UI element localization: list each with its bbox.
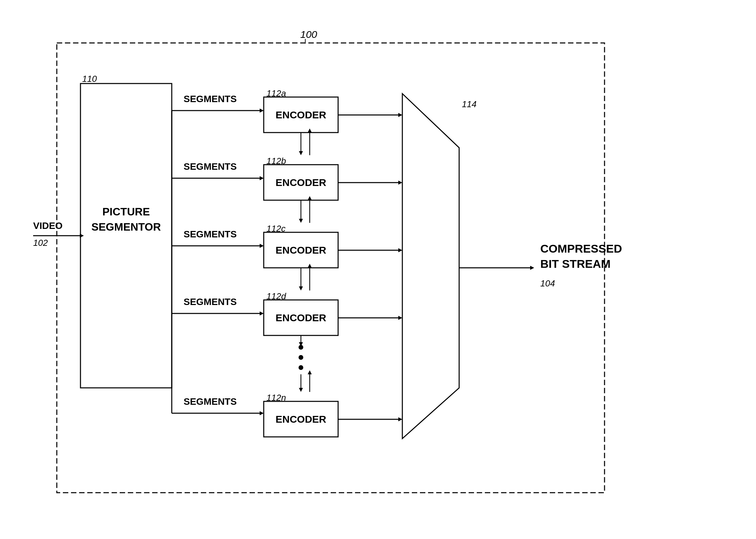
output-arrowhead (530, 266, 534, 270)
arrow-above-n (308, 370, 312, 374)
dots-3 (299, 365, 303, 370)
mux-shape (402, 94, 459, 439)
ref-104-label: 104 (540, 278, 555, 288)
picture-segmentor-text-line2: SEGMENTOR (91, 221, 161, 233)
arrow-b-to-c-down (299, 219, 303, 223)
ref-102-label: 102 (33, 238, 48, 248)
arrow-seg-d (260, 311, 264, 315)
arrow-a-to-b-down (299, 151, 303, 155)
dots-2 (299, 355, 303, 360)
arrow-seg-n (260, 411, 264, 415)
ref-110-label: 110 (82, 74, 97, 84)
encoder-n-label: ENCODER (276, 414, 326, 425)
arrow-c-to-d-down (299, 286, 303, 290)
segments-label-a: SEGMENTS (184, 94, 237, 104)
encoder-b-label: ENCODER (276, 177, 326, 188)
arrow-enc-d-mux (398, 316, 402, 320)
arrow-seg-a (260, 109, 264, 113)
arrow-enc-n-mux (398, 417, 402, 421)
segments-label-b: SEGMENTS (184, 161, 237, 172)
ref-114-label: 114 (462, 99, 476, 109)
segments-label-n: SEGMENTS (184, 396, 237, 407)
video-label: VIDEO (33, 220, 63, 231)
diagram-container: 100 110 PICTURE SEGMENTOR VIDEO 102 SEGM… (23, 19, 733, 520)
arrow-seg-c (260, 244, 264, 248)
ref-100-label: 100 (300, 29, 317, 40)
compressed-label-line1: COMPRESSED (540, 242, 622, 255)
segments-label-d: SEGMENTS (184, 297, 237, 307)
encoder-d-label: ENCODER (276, 312, 326, 323)
segments-label-c: SEGMENTS (184, 229, 237, 239)
arrow-seg-b (260, 176, 264, 180)
arrow-enc-b-mux (398, 181, 402, 185)
arrow-n-up (299, 388, 303, 392)
compressed-label-line2: BIT STREAM (540, 257, 611, 270)
video-input-arrowhead (80, 234, 84, 238)
picture-segmentor-text-line1: PICTURE (102, 206, 150, 218)
arrow-enc-c-mux (398, 248, 402, 252)
arrow-enc-a-mux (398, 113, 402, 117)
encoder-a-label: ENCODER (276, 109, 326, 120)
encoder-c-label: ENCODER (276, 244, 326, 256)
picture-segmentor-box (80, 84, 172, 388)
